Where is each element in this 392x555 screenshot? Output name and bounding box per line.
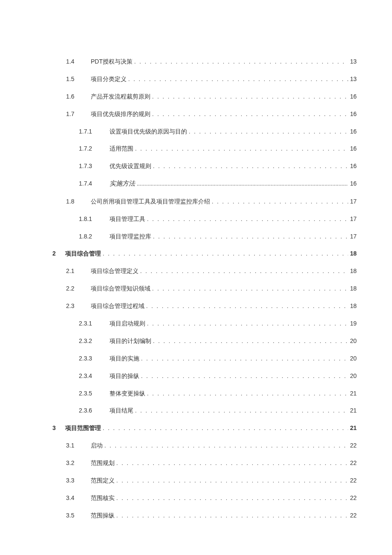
toc-entry[interactable]: 3.5范围操纵22: [40, 511, 357, 520]
toc-leader-dots: [127, 76, 348, 83]
toc-leader-dots: [145, 390, 348, 398]
toc-entry-page: 16: [348, 110, 357, 118]
toc-entry-number: 2.2: [66, 285, 91, 292]
toc-entry-title: 项目综合管理过程域: [91, 302, 144, 310]
toc-entry-page: 16: [348, 128, 357, 135]
toc-entry[interactable]: 2.3.6项目结尾21: [40, 407, 357, 415]
toc-entry[interactable]: 2.2项目综合管理知识领域18: [40, 285, 357, 293]
toc-leader-dots: [151, 163, 348, 170]
toc-leader-dots: [139, 355, 348, 363]
toc-entry-page: 16: [348, 162, 357, 170]
toc-leader-dots: [101, 250, 348, 258]
toc-entry[interactable]: 1.7.4实施方法16: [40, 180, 357, 188]
toc-entry[interactable]: 3.1启动22: [40, 442, 357, 450]
toc-leader-dots: [133, 145, 348, 153]
toc-entry-number: 2.3.6: [79, 407, 110, 414]
toc-entry[interactable]: 2.3.4项目的操纵20: [40, 372, 357, 380]
toc-entry-title: 项目分类定义: [91, 75, 127, 83]
toc-entry-number: 2.3.5: [79, 389, 110, 397]
toc-entry-title: 范围规划: [91, 459, 115, 467]
toc-entry[interactable]: 3.3范围定义22: [40, 477, 357, 485]
toc-entry-page: 17: [348, 215, 357, 223]
toc-leader-dots: [115, 512, 348, 520]
toc-entry-page: 16: [348, 145, 357, 152]
toc-entry[interactable]: 2项目综合管理18: [40, 250, 357, 258]
toc-entry-title: PDT授权与决策: [91, 58, 133, 65]
toc-entry[interactable]: 3.4范围核实22: [40, 494, 357, 502]
toc-entry-number: 3: [52, 424, 65, 432]
toc-entry[interactable]: 2.3.3项目的实施20: [40, 355, 357, 363]
toc-entry-page: 16: [348, 93, 357, 100]
toc-entry-title: 项目启动规则: [110, 320, 145, 327]
toc-leader-dots: [150, 93, 348, 101]
toc-entry-page: 17: [348, 232, 357, 240]
toc-entry-page: 19: [348, 320, 357, 327]
toc-entry[interactable]: 1.8.2项目管理监控库17: [40, 232, 357, 241]
toc-entry-page: 20: [348, 355, 357, 362]
toc-entry[interactable]: 1.8.1项目管理工具17: [40, 215, 357, 223]
toc-entry-title: 项目管理监控库: [110, 232, 151, 240]
toc-entry-number: 2.1: [66, 267, 91, 275]
toc-entry-number: 1.4: [66, 58, 91, 65]
toc-entry-title: 项目的计划编制: [110, 337, 151, 345]
toc-leader-dots: [145, 216, 348, 223]
toc-entry-page: 17: [348, 198, 357, 205]
toc-entry-page: 18: [348, 267, 357, 275]
toc-entry-number: 1.7.4: [79, 180, 110, 187]
toc-leader-dots: [150, 111, 348, 118]
toc-entry-title: 产品开发流程裁剪原则: [91, 93, 150, 100]
toc-entry[interactable]: 3.2范围规划22: [40, 459, 357, 467]
toc-entry-page: 18: [348, 302, 357, 310]
toc-entry-page: 18: [348, 250, 357, 257]
toc-entry[interactable]: 1.7项目优先级排序的规则16: [40, 110, 357, 118]
table-of-contents: 1.4PDT授权与决策131.5项目分类定义131.6产品开发流程裁剪原则161…: [40, 58, 357, 520]
toc-entry[interactable]: 2.3.5整体变更操纵21: [40, 389, 357, 398]
toc-entry-number: 2.3: [66, 302, 91, 310]
toc-leader-dots: [144, 303, 348, 310]
toc-entry-number: 2.3.4: [79, 372, 110, 380]
toc-entry-number: 2.3.2: [79, 337, 110, 345]
toc-entry[interactable]: 3项目范围管理21: [40, 424, 357, 432]
toc-entry-page: 20: [348, 337, 357, 345]
toc-leader-dots: [115, 460, 348, 467]
toc-entry[interactable]: 1.7.3优先级设置规则16: [40, 162, 357, 170]
toc-entry-page: 20: [348, 372, 357, 380]
toc-entry[interactable]: 1.6产品开发流程裁剪原则16: [40, 93, 357, 101]
toc-entry-title: 项目综合管理定义: [91, 267, 138, 275]
toc-entry-title: 项目综合管理知识领域: [91, 285, 150, 292]
toc-entry-title: 范围核实: [91, 494, 115, 502]
toc-entry-number: 2: [52, 250, 65, 257]
toc-entry-number: 1.7.2: [79, 145, 110, 152]
toc-entry-number: 1.7.1: [79, 128, 110, 135]
toc-entry-number: 1.8.1: [79, 215, 110, 223]
toc-leader-dots: [135, 180, 348, 188]
toc-leader-dots: [151, 233, 348, 241]
toc-entry-page: 13: [348, 75, 357, 83]
toc-entry[interactable]: 1.7.2适用范围16: [40, 145, 357, 153]
toc-entry-number: 3.4: [66, 494, 91, 502]
toc-entry-title: 启动: [91, 442, 103, 449]
toc-entry-title: 项目结尾: [110, 407, 133, 414]
toc-entry[interactable]: 1.7.1设置项目优先级的原因与目的16: [40, 128, 357, 136]
toc-entry-title: 项目优先级排序的规则: [91, 110, 150, 118]
toc-entry[interactable]: 1.5项目分类定义13: [40, 75, 357, 83]
toc-entry-page: 18: [348, 285, 357, 292]
toc-entry-number: 2.3.3: [79, 355, 110, 362]
toc-entry-title: 项目范围管理: [65, 424, 101, 432]
toc-entry-page: 22: [348, 477, 357, 484]
toc-entry[interactable]: 1.4PDT授权与决策13: [40, 58, 357, 66]
toc-entry-number: 3.1: [66, 442, 91, 449]
toc-leader-dots: [150, 285, 348, 293]
toc-entry-number: 1.6: [66, 93, 91, 100]
toc-entry-number: 1.5: [66, 75, 91, 83]
toc-entry[interactable]: 1.8公司所用项目管理工具及项目管理监控库介绍17: [40, 198, 357, 206]
toc-entry[interactable]: 2.3.2项目的计划编制20: [40, 337, 357, 345]
toc-entry-page: 21: [348, 424, 357, 432]
toc-entry-page: 21: [348, 407, 357, 414]
toc-entry[interactable]: 2.1项目综合管理定义18: [40, 267, 357, 275]
toc-entry-title: 项目管理工具: [110, 215, 145, 223]
toc-entry[interactable]: 2.3.1项目启动规则19: [40, 320, 357, 328]
toc-leader-dots: [145, 320, 348, 328]
toc-entry[interactable]: 2.3项目综合管理过程域18: [40, 302, 357, 310]
toc-entry-title: 整体变更操纵: [110, 389, 145, 397]
